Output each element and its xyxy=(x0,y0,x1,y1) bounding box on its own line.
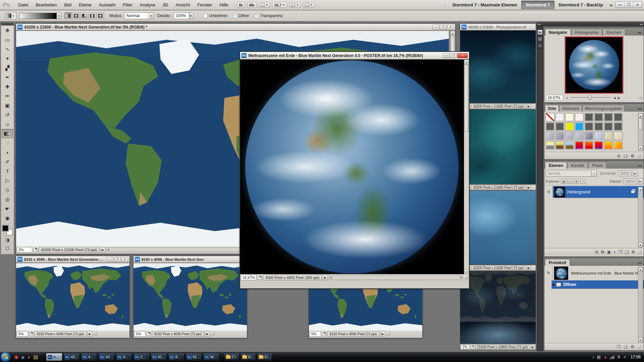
restore-button[interactable]: ❐ xyxy=(440,25,446,29)
tool-button[interactable]: ▱ xyxy=(2,120,13,129)
style-swatch[interactable] xyxy=(546,132,554,140)
style-swatch[interactable] xyxy=(614,141,623,149)
taskbar-button[interactable]: PsW... xyxy=(203,353,219,361)
taskbar-button[interactable]: PsA... xyxy=(46,353,62,361)
vertical-scrollbar[interactable]: ▲▼ xyxy=(464,60,469,274)
taskbar-folder-button[interactable]: C:\ xyxy=(224,353,239,361)
style-swatch[interactable] xyxy=(594,141,603,149)
status-menu-button[interactable]: ▶ xyxy=(380,331,385,337)
title-bar[interactable]: Ps Weltraumszene mit Erde - Blue Marble … xyxy=(240,52,469,59)
taskbar-button[interactable]: Ps2... xyxy=(133,353,150,361)
reflected-gradient-button[interactable] xyxy=(89,12,96,19)
opacity-field[interactable]: 100% xyxy=(174,12,189,19)
style-swatch[interactable] xyxy=(585,132,593,140)
tool-button[interactable]: ✥ xyxy=(2,26,13,35)
warning-icon[interactable]: ▲ xyxy=(603,355,607,359)
menu-item[interactable]: 3D xyxy=(159,1,172,9)
panel-tab[interactable]: Protokoll xyxy=(545,259,570,266)
new-document-from-state-icon[interactable]: ❐ xyxy=(617,345,621,349)
style-swatch[interactable] xyxy=(594,132,603,140)
option-checkbox[interactable]: Umkehren xyxy=(203,13,227,18)
bridge-button[interactable]: Br xyxy=(237,2,245,8)
gradient-picker-dropdown[interactable]: ▼ xyxy=(57,13,61,19)
horizontal-scrollbar[interactable]: ◀▶ xyxy=(329,275,463,280)
style-swatch[interactable] xyxy=(585,141,593,149)
layer-fill-spinner[interactable]: ▶ xyxy=(638,178,642,184)
new-style-button[interactable]: ❏ xyxy=(624,154,627,158)
collapse-dock-icon[interactable]: ◂◂ xyxy=(640,23,643,26)
usb-icon[interactable]: ⇅ xyxy=(617,355,621,359)
panel-menu-icon[interactable]: ▾≡ xyxy=(637,164,643,169)
minimize-button[interactable]: — xyxy=(432,25,439,29)
status-menu-button[interactable]: ▶ xyxy=(527,266,531,270)
screen-mode-button[interactable]: ▼ xyxy=(303,2,315,8)
tool-button[interactable]: ◇ xyxy=(2,185,13,194)
layer-mask-icon[interactable]: ▣ xyxy=(607,250,611,254)
history-snapshot-row[interactable]: ✎ Weltraumszene mit Erde - Blue Marble N… xyxy=(544,266,644,281)
style-swatch[interactable] xyxy=(575,132,584,140)
delete-layer-icon[interactable]: ♻ xyxy=(631,250,635,254)
opacity-spinner[interactable]: ▶ xyxy=(189,12,194,19)
style-swatch[interactable] xyxy=(604,122,613,131)
style-swatch[interactable] xyxy=(546,141,554,149)
style-swatch[interactable] xyxy=(565,141,574,149)
style-swatch[interactable] xyxy=(604,113,613,121)
panel-tab[interactable]: Zeichen xyxy=(602,29,625,36)
minibridge-button[interactable]: Mb xyxy=(247,2,257,8)
radial-gradient-button[interactable] xyxy=(72,12,80,19)
style-swatch[interactable] xyxy=(565,122,574,131)
resize-grip[interactable] xyxy=(94,332,98,336)
lock-position-icon[interactable]: ✥ xyxy=(574,179,579,184)
view-extras-button[interactable]: ▼ xyxy=(259,2,270,8)
layer-visibility-toggle[interactable]: ⊙ xyxy=(544,186,553,198)
tool-button[interactable]: ∿ xyxy=(2,45,13,54)
slider-thumb[interactable] xyxy=(588,95,591,100)
close-button[interactable]: ✕ xyxy=(458,53,468,58)
tablet-icon[interactable]: ▤ xyxy=(597,355,601,359)
tool-button[interactable]: ▣ xyxy=(2,101,13,110)
history-brush-source-well[interactable]: ✎ xyxy=(544,266,553,281)
status-icon[interactable] xyxy=(33,248,38,252)
delete-style-button[interactable]: ♻ xyxy=(631,154,634,158)
taskbar-button[interactable]: Ps43... xyxy=(98,353,115,361)
tool-button[interactable]: ◉ xyxy=(2,214,13,223)
title-bar[interactable]: Ps 8192 x 4096 - Blue Marble Next Genera… xyxy=(16,256,129,263)
resize-grip[interactable] xyxy=(638,96,642,100)
pen-panel-icon[interactable]: ✐ xyxy=(537,44,543,49)
clear-style-button[interactable]: ⊘ xyxy=(617,154,620,158)
lock-transparency-icon[interactable]: ▦ xyxy=(561,179,566,184)
panel-scrollbar[interactable]: ▲▼ xyxy=(638,113,643,150)
layer-effects-icon[interactable]: fx xyxy=(601,250,604,254)
layer-opacity-field[interactable]: 100% xyxy=(618,170,632,176)
tool-button[interactable]: ↺ xyxy=(2,110,13,119)
zoom-slider[interactable] xyxy=(571,97,610,98)
resize-grip[interactable] xyxy=(638,250,642,254)
panel-tab[interactable]: Werkzeugvorgaben xyxy=(582,105,625,112)
option-checkbox[interactable]: Dither xyxy=(233,13,249,18)
foreground-color-swatch[interactable] xyxy=(2,225,8,231)
layer-fill-field[interactable]: 100% xyxy=(623,178,637,184)
tool-button[interactable] xyxy=(2,129,13,138)
workspace-button[interactable]: Stormlord 7 - BackUp xyxy=(554,1,607,9)
tool-button[interactable]: ◎ xyxy=(2,195,13,204)
status-menu-button[interactable]: ▶ xyxy=(323,275,328,280)
linear-gradient-button[interactable] xyxy=(64,12,72,19)
layer-name[interactable]: Hintergrund xyxy=(567,189,590,194)
style-swatch[interactable] xyxy=(575,122,584,131)
new-layer-icon[interactable]: ❏ xyxy=(625,250,629,254)
angle-gradient-button[interactable] xyxy=(80,12,88,19)
menu-item[interactable]: Ansicht xyxy=(172,1,194,9)
status-icon[interactable] xyxy=(471,345,474,349)
style-swatch[interactable] xyxy=(585,113,593,121)
gradient-preview[interactable] xyxy=(19,13,57,19)
title-bar[interactable]: Ps 43200 x 21600 - Blue Marble Next Gene… xyxy=(16,24,455,31)
style-swatch[interactable] xyxy=(555,113,564,121)
zoom-field[interactable]: 16,67% xyxy=(241,275,257,280)
status-menu-button[interactable]: ▶ xyxy=(531,345,535,349)
zoom-level-button[interactable]: 16,7▼ xyxy=(272,2,287,8)
panel-scrollbar[interactable]: ▲▼ xyxy=(638,267,643,342)
taskbar-folder-button[interactable]: E\... xyxy=(257,353,272,361)
resize-grip[interactable] xyxy=(464,276,468,280)
screen-mode-toggle[interactable]: ▢ xyxy=(2,244,13,251)
tool-button[interactable]: ◌ xyxy=(2,138,13,147)
